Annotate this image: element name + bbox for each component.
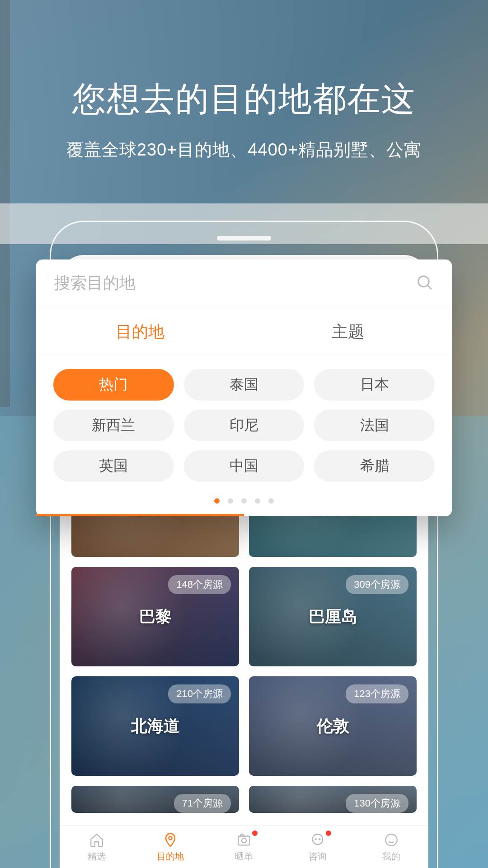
tab-theme[interactable]: 主题 xyxy=(244,307,452,354)
destination-card-partial-left[interactable]: 71个房源 xyxy=(71,786,239,813)
tabbar-item-consult[interactable]: 咨询 xyxy=(281,826,355,868)
destination-badge: 148个房源 xyxy=(168,575,231,594)
tab-label: 主题 xyxy=(332,322,364,341)
chat-icon xyxy=(309,831,326,849)
dot[interactable] xyxy=(214,498,220,504)
destination-badge: 71个房源 xyxy=(174,794,231,813)
destination-badge: 123个房源 xyxy=(346,684,408,703)
phone-speaker xyxy=(217,236,271,241)
destination-name: 巴黎 xyxy=(139,606,172,628)
promo-header: 您想去的目的地都在这 覆盖全球230+目的地、4400+精品别墅、公寓 xyxy=(0,77,488,161)
svg-rect-1 xyxy=(238,836,250,845)
tabbar-label: 咨询 xyxy=(309,850,327,863)
destination-name: 伦敦 xyxy=(317,715,349,737)
chip-hot[interactable]: 热门 xyxy=(53,369,174,401)
dot[interactable] xyxy=(228,498,233,504)
tabbar-item-featured[interactable]: 精选 xyxy=(60,826,133,868)
svg-point-6 xyxy=(319,839,320,840)
notification-dot xyxy=(252,830,258,836)
svg-rect-3 xyxy=(241,834,244,836)
svg-point-0 xyxy=(169,836,172,840)
destination-card-london[interactable]: 123个房源 伦敦 xyxy=(249,676,417,776)
dot[interactable] xyxy=(241,498,247,504)
tabbar-label: 我的 xyxy=(382,850,400,863)
chip-grid: 热门 泰国 日本 新西兰 印尼 法国 英国 中国 希腊 xyxy=(36,354,452,491)
tab-indicator xyxy=(36,514,244,516)
chip-greece[interactable]: 希腊 xyxy=(314,450,435,482)
destination-name: 巴厘岛 xyxy=(309,606,357,628)
destination-card-hokkaido[interactable]: 210个房源 北海道 xyxy=(71,676,239,776)
destination-name: 北海道 xyxy=(131,715,180,737)
dot[interactable] xyxy=(255,498,260,504)
svg-point-5 xyxy=(315,839,316,840)
destination-badge: 210个房源 xyxy=(168,684,231,703)
destination-card-paris[interactable]: 148个房源 巴黎 xyxy=(71,567,239,666)
tabs-row: 目的地 主题 xyxy=(36,307,452,354)
destination-badge: 309个房源 xyxy=(346,575,408,594)
search-icon[interactable] xyxy=(416,274,434,293)
chip-newzealand[interactable]: 新西兰 xyxy=(53,410,174,441)
search-panel: 搜索目的地 目的地 主题 热门 泰国 日本 新西兰 印尼 法国 英国 中国 希腊 xyxy=(36,259,452,516)
dot[interactable] xyxy=(268,498,274,504)
tab-label: 目的地 xyxy=(116,322,164,341)
bottom-tabbar: 精选 目的地 晒单 咨询 xyxy=(60,826,428,868)
chip-uk[interactable]: 英国 xyxy=(53,450,174,482)
destination-badge: 130个房源 xyxy=(346,794,408,813)
chip-indonesia[interactable]: 印尼 xyxy=(184,410,305,441)
promo-subtitle: 覆盖全球230+目的地、4400+精品别墅、公寓 xyxy=(0,138,488,161)
tabbar-item-mine[interactable]: 我的 xyxy=(355,826,428,868)
chip-china[interactable]: 中国 xyxy=(184,450,305,482)
svg-point-4 xyxy=(313,834,323,844)
tabbar-item-destination[interactable]: 目的地 xyxy=(133,826,207,868)
camera-icon xyxy=(235,831,253,849)
chip-france[interactable]: 法国 xyxy=(314,410,435,441)
page-dots[interactable] xyxy=(36,491,452,516)
notification-dot xyxy=(326,830,331,836)
chip-japan[interactable]: 日本 xyxy=(314,369,435,401)
destination-card-partial-right[interactable]: 130个房源 xyxy=(249,786,417,813)
home-icon xyxy=(88,831,105,849)
tabbar-label: 精选 xyxy=(88,850,106,863)
smile-icon xyxy=(383,831,400,849)
svg-point-8 xyxy=(418,276,429,286)
svg-point-7 xyxy=(386,834,398,846)
destination-card-bali[interactable]: 309个房源 巴厘岛 xyxy=(249,567,417,666)
tabbar-item-share[interactable]: 晒单 xyxy=(207,826,281,868)
search-bar[interactable]: 搜索目的地 xyxy=(36,259,452,307)
svg-point-2 xyxy=(242,838,246,843)
tabbar-label: 目的地 xyxy=(157,850,184,863)
chip-thailand[interactable]: 泰国 xyxy=(184,369,305,401)
tabbar-label: 晒单 xyxy=(235,850,253,863)
promo-title: 您想去的目的地都在这 xyxy=(0,77,488,122)
tab-destination[interactable]: 目的地 xyxy=(36,307,244,354)
search-placeholder: 搜索目的地 xyxy=(54,272,136,294)
location-pin-icon xyxy=(162,831,179,849)
svg-line-9 xyxy=(428,285,432,289)
